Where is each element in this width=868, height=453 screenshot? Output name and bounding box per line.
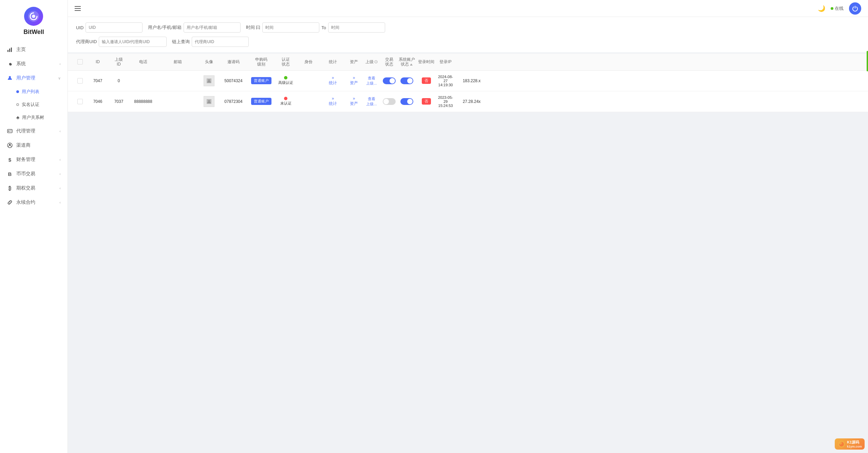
agent-uid-input[interactable] xyxy=(99,37,167,47)
th-email: 邮箱 xyxy=(157,59,198,65)
cell-cert-status-2: 未认证 xyxy=(276,97,296,106)
user-list-label: 用户列表 xyxy=(22,89,39,95)
topbar-left xyxy=(75,6,81,11)
row-7047: 7047 0 50074324 普通账户 高级认证 xyxy=(68,71,868,91)
id-card-icon xyxy=(7,128,13,134)
svg-marker-14 xyxy=(410,64,413,66)
th-purchase-level: 申购码级别 xyxy=(248,57,275,67)
cell-stats-2[interactable]: »统计 xyxy=(321,96,345,107)
cell-parent-id-2: 7037 xyxy=(109,99,129,104)
cell-sys-status-1[interactable] xyxy=(398,77,415,84)
time-end-input[interactable] xyxy=(328,22,385,33)
th-id: ID xyxy=(88,59,108,64)
dark-mode-icon[interactable]: 🌙 xyxy=(818,5,825,12)
agent-arrow: ‹ xyxy=(59,129,61,133)
th-login-ip: 登录IP xyxy=(437,59,454,65)
svg-rect-2 xyxy=(7,50,8,52)
agent-uid-label: 代理商UID xyxy=(76,39,97,45)
sidebar-item-futures[interactable]: ₿ 期权交易 ‹ xyxy=(0,181,68,195)
sidebar-item-coin-trade[interactable]: B 币币交易 ‹ xyxy=(0,167,68,181)
time-start-input[interactable] xyxy=(262,22,319,33)
status-dot xyxy=(831,7,833,10)
gear-icon xyxy=(7,61,13,67)
sidebar-item-user-management[interactable]: 用户管理 ∨ xyxy=(0,71,68,85)
table-header: ID 上级ID 电话 邮箱 头像 邀请码 申购码级别 认证状态 身份 统计 资产… xyxy=(68,54,868,71)
header-checkbox[interactable] xyxy=(77,59,83,65)
svg-text:?: ? xyxy=(375,61,377,63)
topbar: 🌙 在线 xyxy=(68,0,868,17)
cell-avatar-1 xyxy=(199,75,219,86)
cell-assets-1[interactable]: »资产 xyxy=(345,75,362,86)
cell-id-1: 7047 xyxy=(88,78,108,83)
cell-login-time-2: 2023-05-29 15:24:53 xyxy=(437,95,454,108)
sidebar-item-home[interactable]: 主页 xyxy=(0,42,68,57)
futures-arrow: ‹ xyxy=(59,186,61,190)
user-tree-label: 用户关系树 xyxy=(22,114,44,121)
th-cert-status: 认证状态 xyxy=(276,57,296,67)
cell-trade-status-2[interactable] xyxy=(381,98,398,105)
svg-point-1 xyxy=(32,15,35,18)
right-accent-bar xyxy=(867,51,868,71)
svg-point-16 xyxy=(208,79,210,81)
user-list-dot xyxy=(16,90,19,93)
cell-superior-1[interactable]: 查看上级... xyxy=(363,76,380,86)
hamburger-menu[interactable] xyxy=(75,6,81,11)
sys-toggle-2 xyxy=(400,98,413,105)
power-button[interactable] xyxy=(849,2,861,15)
cell-id-2: 7046 xyxy=(88,99,108,104)
cell-superior-2[interactable]: 查看上级... xyxy=(363,96,380,107)
filter-row-2: 代理商UID 链上查询 xyxy=(76,37,860,47)
user-management-label: 用户管理 xyxy=(16,75,55,81)
status-badge: 在线 xyxy=(831,5,844,12)
cell-invite-code-1: 50074324 xyxy=(220,78,247,83)
sidebar-item-agent-management[interactable]: 代理管理 ‹ xyxy=(0,124,68,138)
status-label: 在线 xyxy=(835,5,844,12)
cell-sys-status-2[interactable] xyxy=(398,98,415,105)
sidebar-item-real-name[interactable]: 实名认证 xyxy=(0,98,68,111)
time-label: 时间 曰 xyxy=(246,24,261,31)
cell-avatar-2 xyxy=(199,96,219,107)
row-checkbox-1[interactable] xyxy=(73,78,87,84)
th-assets: 资产 xyxy=(345,59,362,65)
logo-area: BitWell xyxy=(23,7,44,36)
real-name-label: 实名认证 xyxy=(22,102,39,108)
sidebar-item-user-list[interactable]: 用户列表 xyxy=(0,85,68,98)
cell-login-time-1: 2024-08-27 14:19:30 xyxy=(437,75,454,87)
th-superior: 上级 ? xyxy=(363,59,380,65)
chain-query-input[interactable] xyxy=(192,37,249,47)
sidebar-item-channel[interactable]: 渠道商 xyxy=(0,138,68,152)
content-area: UID 用户名/手机/邮箱 时间 曰 To 代理商UID xyxy=(68,17,868,453)
sidebar-item-perpetual[interactable]: 永续合约 ‹ xyxy=(0,195,68,210)
finance-arrow: ‹ xyxy=(59,158,61,162)
cell-stats-1[interactable]: »统计 xyxy=(321,75,345,86)
logo-icon xyxy=(24,7,43,26)
coin-trade-label: 币币交易 xyxy=(16,171,56,177)
th-trade-status: 交易状态 xyxy=(381,57,398,67)
dollar-icon: $ xyxy=(7,157,13,163)
trade-toggle-1 xyxy=(383,77,396,84)
sidebar-item-finance[interactable]: $ 财务管理 ‹ xyxy=(0,152,68,167)
trade-toggle-2 xyxy=(383,98,396,105)
sidebar-item-system[interactable]: 系统 ‹ xyxy=(0,57,68,71)
cell-phone-2: 88888888 xyxy=(130,99,157,104)
to-label: To xyxy=(321,25,326,30)
username-input[interactable] xyxy=(184,22,241,33)
filter-chain-query: 链上查询 xyxy=(172,37,249,47)
cell-trade-status-1[interactable] xyxy=(381,77,398,84)
cell-assets-2[interactable]: »资产 xyxy=(345,96,362,107)
futures-label: 期权交易 xyxy=(16,185,56,191)
channel-label: 渠道商 xyxy=(16,142,61,148)
navigation: 主页 系统 ‹ 用户管理 ∨ 用户列表 实名认证 ♣ 用户关系树 xyxy=(0,42,68,210)
table-row: 7046 7037 88888888 07872304 普通账户 xyxy=(68,91,868,112)
avatar-img-1 xyxy=(204,75,214,86)
svg-rect-3 xyxy=(9,49,10,52)
username-label: 用户名/手机/邮箱 xyxy=(148,24,181,31)
th-identity: 身份 xyxy=(297,59,320,65)
th-avatar: 头像 xyxy=(199,59,219,65)
uid-input[interactable] xyxy=(86,22,143,33)
cert-dot-1 xyxy=(284,76,287,79)
sidebar-item-user-tree[interactable]: ♣ 用户关系树 xyxy=(0,111,68,124)
home-label: 主页 xyxy=(16,47,61,53)
row-checkbox-2[interactable] xyxy=(73,99,87,104)
person-circle-icon xyxy=(7,142,13,148)
